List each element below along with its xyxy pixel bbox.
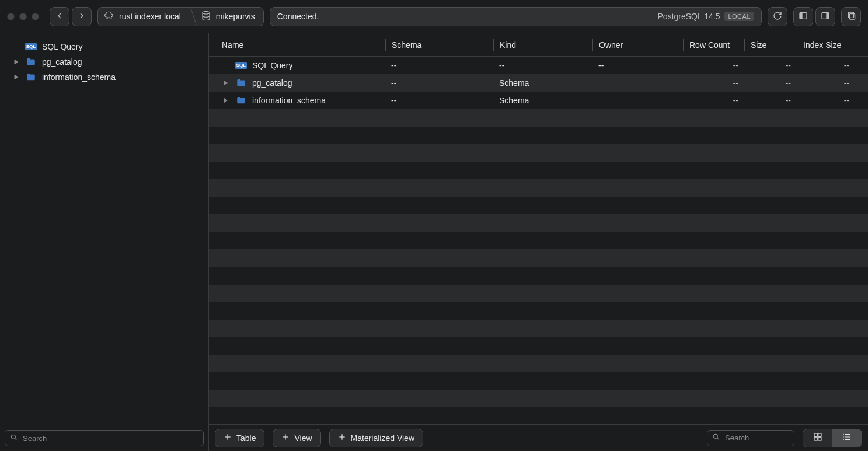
folder-icon [235,95,247,106]
col-owner[interactable]: Owner [592,39,683,51]
window-controls [7,13,39,20]
plus-icon [338,433,346,443]
table-row-empty [209,302,868,320]
table-row-empty [209,355,868,372]
col-name[interactable]: Name [216,39,385,51]
back-button[interactable] [50,7,69,26]
row-name-label: information_schema [252,96,326,105]
disclosure-triangle-icon[interactable] [13,59,20,65]
panel-left-icon [799,11,808,22]
sidebar-search-wrap [0,425,208,451]
grid-header: Name Schema Kind Owner Row Count Size In… [209,33,868,57]
cell-kind: Schema [493,96,592,105]
cell-row-count: -- [683,61,744,70]
status-bar: Connected. PostgreSQL 14.5 LOCAL [270,7,762,26]
cell-size: -- [744,78,797,88]
breadcrumb-database[interactable]: mikepurvis [189,8,263,26]
server-badge: LOCAL [724,12,754,21]
windows-button[interactable] [841,7,861,26]
refresh-button[interactable] [768,7,787,26]
cell-row-count: -- [683,78,744,88]
table-row-empty [209,285,868,302]
col-indexsize[interactable]: Index Size [797,39,855,51]
sidebar-search-field[interactable] [5,430,204,446]
row-name-label: pg_catalog [252,78,292,88]
zoom-window-button[interactable] [32,13,39,20]
disclosure-triangle-icon[interactable] [13,74,20,80]
add-matview-label: Materialized View [351,433,414,443]
breadcrumb-database-label: mikepurvis [216,12,255,21]
breadcrumb-connection-label: rust indexer local [119,12,181,21]
col-rowcount[interactable]: Row Count [683,39,744,51]
table-row-empty [209,214,868,232]
grid-view-button[interactable] [803,429,832,447]
cell-kind: -- [493,61,592,70]
disclosure-triangle-icon[interactable] [222,80,230,86]
close-window-button[interactable] [7,13,15,20]
cell-index-size: -- [797,61,855,70]
toggle-right-panel-button[interactable] [815,7,835,26]
cell-name: SQLSQL Query [216,61,385,70]
stack-icon [846,11,856,22]
cell-name: pg_catalog [216,78,385,88]
table-row-empty [209,144,868,162]
refresh-icon [773,11,782,22]
sql-icon: SQL [235,62,247,69]
table-row-empty [209,197,868,214]
row-name-label: SQL Query [252,61,293,70]
folder-icon [235,78,247,88]
list-view-button[interactable] [832,429,862,447]
search-icon [10,433,18,443]
col-size[interactable]: Size [744,39,797,51]
main-split: SQLSQL Querypg_cataloginformation_schema… [0,33,868,451]
table-row-empty [209,249,868,267]
sidebar: SQLSQL Querypg_cataloginformation_schema [0,33,209,451]
table-row[interactable]: information_schema--Schema------ [209,92,868,109]
sidebar-item-label: pg_catalog [42,57,82,67]
table-row-empty [209,372,868,390]
minimize-window-button[interactable] [19,13,27,20]
cell-schema: -- [385,78,493,88]
disclosure-triangle-icon[interactable] [222,98,230,103]
table-row-empty [209,179,868,197]
cell-size: -- [744,96,797,105]
server-version: PostgreSQL 14.5 [658,12,720,21]
sql-icon: SQL [25,43,37,50]
cell-schema: -- [385,96,493,105]
table-row-empty [209,390,868,407]
table-row-empty [209,267,868,285]
table-row-empty [209,162,868,179]
sidebar-item-information_schema[interactable]: information_schema [2,70,206,85]
breadcrumb: rust indexer local mikepurvis [97,7,264,26]
nav-buttons [50,7,92,26]
col-schema[interactable]: Schema [385,39,493,51]
col-kind[interactable]: Kind [493,39,592,51]
forward-button[interactable] [72,7,92,26]
list-icon [842,432,852,444]
plus-icon [281,433,290,443]
cell-owner: -- [592,61,683,70]
sidebar-item-pg_catalog[interactable]: pg_catalog [2,54,206,70]
table-row-empty [209,127,868,144]
add-view-button[interactable]: View [273,429,320,447]
search-icon [712,433,720,443]
cell-row-count: -- [683,96,744,105]
footer-toolbar: Table View Materialized View [209,424,868,451]
table-row[interactable]: pg_catalog--Schema------ [209,74,868,92]
add-matview-button[interactable]: Materialized View [329,429,423,447]
table-row-empty [209,232,868,249]
table-row[interactable]: SQLSQL Query------------ [209,57,868,74]
sidebar-item-sql-query[interactable]: SQLSQL Query [2,39,206,54]
add-table-label: Table [236,433,256,443]
elephant-icon [104,11,114,23]
grid-icon [813,432,823,444]
table-row-empty [209,320,868,337]
sidebar-item-label: information_schema [42,72,116,82]
table-row-empty [209,109,868,127]
sidebar-tree: SQLSQL Querypg_cataloginformation_schema [0,33,208,425]
footer-search-field[interactable] [707,430,794,446]
breadcrumb-connection[interactable]: rust indexer local [98,8,189,26]
add-table-button[interactable]: Table [215,429,264,447]
toggle-left-panel-button[interactable] [793,7,813,26]
sidebar-search-input[interactable] [22,433,198,443]
